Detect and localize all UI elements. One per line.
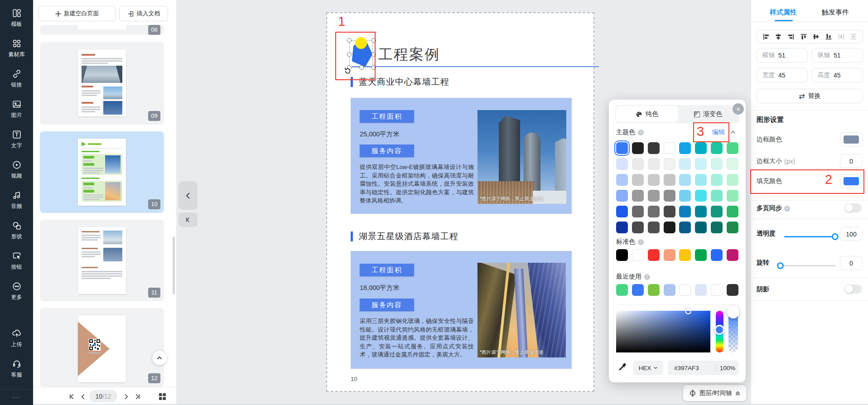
color-swatch[interactable] (648, 249, 660, 261)
eyedropper-icon[interactable] (618, 363, 627, 371)
thumbnails-scrollbar[interactable] (173, 236, 175, 294)
selected-shape-bounds[interactable] (349, 40, 373, 68)
rotate-handle[interactable] (344, 67, 351, 74)
color-swatch[interactable] (727, 190, 738, 202)
insert-document-button[interactable]: 插入文档 (119, 6, 168, 21)
collapse-thumbnails-button[interactable] (152, 351, 167, 365)
color-swatch[interactable] (632, 249, 644, 261)
collapse-panel-button[interactable] (178, 181, 198, 210)
tab-solid-color[interactable]: 纯色 (616, 106, 678, 122)
info-icon[interactable]: i (784, 206, 790, 212)
close-picker-button[interactable]: × (733, 103, 744, 115)
color-swatch[interactable] (664, 190, 675, 202)
section-heading[interactable]: 蓝天商业中心幕墙工程 (351, 76, 449, 88)
color-swatch[interactable] (711, 190, 723, 202)
color-swatch[interactable] (632, 190, 644, 202)
page-thumbnail-08[interactable]: 08 (40, 25, 164, 35)
last-page-button[interactable] (132, 391, 142, 401)
color-swatch[interactable] (648, 174, 660, 186)
rotate-slider-track[interactable] (780, 265, 835, 266)
color-format-dropdown[interactable]: HEX (633, 361, 663, 375)
opacity-slider-handle[interactable] (832, 233, 839, 240)
color-swatch[interactable] (711, 249, 723, 261)
layers-timeline-button[interactable]: 图层/时间轴 (683, 385, 746, 401)
align-left-icon[interactable] (762, 33, 770, 40)
resize-handle-s[interactable] (359, 65, 364, 70)
canvas-page[interactable]: 1 工程案例 蓝天商业中心幕墙工程 工程面积 25,000平方米 服务内容 提供… (326, 12, 594, 392)
color-swatch[interactable] (711, 142, 723, 154)
color-swatch[interactable] (679, 249, 691, 261)
multipage-sync-toggle[interactable] (844, 203, 862, 212)
sidebar-item-video[interactable]: 视频 (11, 160, 22, 180)
sidebar-item-support[interactable]: 客服 (11, 359, 22, 379)
color-swatch[interactable] (727, 284, 738, 296)
color-swatch[interactable] (664, 206, 675, 217)
sidebar-item-audio[interactable]: 音频 (11, 190, 22, 210)
sidebar-item-template[interactable]: 模板 (11, 8, 22, 28)
color-swatch[interactable] (695, 222, 707, 233)
color-swatch[interactable] (711, 158, 723, 170)
border-size-input[interactable]: 0 (840, 154, 863, 168)
color-swatch[interactable] (679, 174, 691, 186)
collapse-theme-icon[interactable] (730, 130, 736, 135)
color-swatch[interactable] (679, 158, 691, 170)
color-swatch[interactable] (679, 206, 691, 217)
collapse-to-edge-button[interactable] (178, 212, 198, 227)
new-blank-page-button[interactable]: 新建空白页面 (39, 6, 116, 21)
align-center-horizontal-icon[interactable] (775, 33, 782, 40)
color-swatch[interactable] (648, 284, 660, 296)
color-swatch[interactable] (679, 284, 691, 296)
color-swatch[interactable] (664, 174, 675, 186)
rotate-slider-handle[interactable] (777, 262, 784, 269)
color-swatch[interactable] (616, 284, 628, 296)
page-thumbnail-10-selected[interactable]: 10 (40, 131, 164, 213)
alpha-value-input[interactable]: 100% (717, 365, 738, 371)
hue-slider-handle[interactable] (714, 325, 724, 335)
next-page-button[interactable] (121, 391, 131, 401)
color-swatch[interactable] (632, 158, 644, 170)
color-swatch[interactable] (695, 158, 707, 170)
tab-gradient-color[interactable]: 渐变色 (678, 105, 738, 123)
sidebar-item-shape[interactable]: 形状 (11, 221, 22, 241)
color-swatch[interactable] (727, 206, 738, 217)
color-swatch[interactable] (664, 249, 675, 261)
color-swatch[interactable] (616, 158, 628, 170)
color-swatch[interactable] (664, 284, 675, 296)
color-swatch[interactable] (616, 142, 628, 154)
page-thumbnail-09[interactable]: 09 (40, 42, 164, 125)
color-swatch[interactable] (616, 249, 628, 261)
tab-trigger-events[interactable]: 触发事件 (822, 8, 849, 17)
page-indicator[interactable]: 10/12 (89, 390, 117, 402)
color-swatch[interactable] (616, 190, 628, 202)
resize-handle-e[interactable] (371, 52, 376, 57)
building-photo-2[interactable]: *图片源于网络，禁止商业用途 (477, 263, 566, 357)
color-swatch[interactable] (711, 174, 723, 186)
color-swatch[interactable] (648, 158, 660, 170)
resize-handle-ne[interactable] (371, 38, 376, 43)
hex-value-input[interactable]: #397AF3 (668, 365, 716, 371)
align-right-icon[interactable] (787, 33, 795, 40)
sidebar-item-image[interactable]: 图片 (11, 99, 22, 119)
color-swatch[interactable] (711, 222, 723, 233)
color-swatch[interactable] (648, 222, 660, 233)
x-position-field[interactable]: 横轴51 (757, 48, 808, 63)
prev-page-button[interactable] (78, 391, 88, 401)
color-swatch[interactable] (679, 190, 691, 202)
saturation-field[interactable] (616, 311, 710, 352)
distribute-horizontal-icon[interactable] (838, 33, 845, 40)
border-color-swatch[interactable] (840, 132, 863, 147)
sidebar-item-link[interactable]: 链接 (11, 69, 22, 89)
color-swatch[interactable] (616, 206, 628, 217)
shadow-toggle[interactable] (844, 284, 862, 294)
sidebar-item-upload[interactable]: 上传 (11, 328, 22, 348)
tab-style-properties[interactable]: 样式属性 (770, 8, 797, 17)
replace-button[interactable]: ⇄ 替换 (757, 89, 863, 103)
alpha-slider-handle[interactable] (727, 306, 739, 318)
color-swatch[interactable] (632, 222, 644, 233)
color-swatch[interactable] (727, 222, 738, 233)
opacity-input[interactable]: 100 (840, 227, 863, 241)
sidebar-overflow-button[interactable]: ··· (0, 389, 33, 405)
color-swatch[interactable] (695, 249, 707, 261)
color-swatch[interactable] (616, 222, 628, 233)
color-swatch[interactable] (695, 284, 707, 296)
